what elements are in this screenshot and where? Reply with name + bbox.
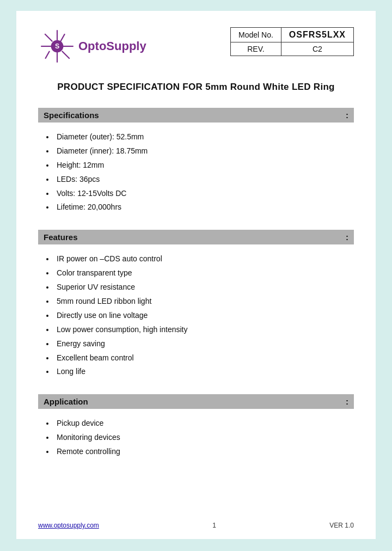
svg-line-7 [62, 51, 70, 59]
list-item: Diameter (outer): 52.5mm [54, 130, 354, 144]
features-title: Features [44, 232, 78, 242]
features-list: IR power on –CDS auto controlColor trans… [54, 252, 354, 379]
specifications-colon: : [346, 111, 348, 120]
list-item: Pickup device [54, 417, 354, 431]
features-section: Features : IR power on –CDS auto control… [38, 230, 354, 379]
list-item: Volts: 12-15Volts DC [54, 187, 354, 201]
specifications-list: Diameter (outer): 52.5mmDiameter (inner)… [54, 130, 354, 215]
list-item: Diameter (inner): 18.75mm [54, 144, 354, 158]
svg-line-5 [45, 51, 50, 59]
list-item: Energy saving [54, 337, 354, 351]
list-item: Lifetime: 20,000hrs [54, 200, 354, 215]
page-title: PRODUCT SPECIFICATION FOR 5mm Round Whit… [38, 82, 354, 93]
optosupply-logo-icon: S [38, 27, 76, 65]
specifications-section: Specifications : Diameter (outer): 52.5m… [38, 108, 354, 215]
svg-text:S: S [55, 42, 59, 50]
model-table: Model No. OSFRS5LXX REV. C2 [230, 27, 354, 56]
list-item: Color transparent type [54, 266, 354, 280]
application-header: Application : [38, 394, 354, 409]
svg-line-4 [60, 34, 65, 41]
footer: www.optosupply.com 1 VER 1.0 [38, 522, 354, 529]
list-item: IR power on –CDS auto control [54, 252, 354, 266]
list-item: Superior UV resistance [54, 280, 354, 295]
features-header: Features : [38, 230, 354, 244]
list-item: LEDs: 36pcs [54, 173, 354, 187]
svg-line-6 [45, 34, 52, 41]
rev-value: C2 [281, 42, 353, 56]
list-item: Excellent beam control [54, 351, 354, 365]
list-item: Low power consumption, high intensity [54, 323, 354, 337]
list-item: 5mm round LED ribbon light [54, 295, 354, 309]
model-value: OSFRS5LXX [281, 28, 353, 42]
logo-area: S OptoSupply [38, 27, 146, 65]
page-number: 1 [212, 522, 216, 529]
application-section: Application : Pickup deviceMonitoring de… [38, 394, 354, 459]
header: S OptoSupply Model No. OSFRS5LXX REV. C2 [38, 27, 354, 65]
list-item: Remote controlling [54, 445, 354, 459]
application-list: Pickup deviceMonitoring devicesRemote co… [54, 417, 354, 459]
rev-label: REV. [231, 42, 281, 56]
model-label: Model No. [231, 28, 281, 42]
list-item: Height: 12mm [54, 158, 354, 173]
list-item: Directly use on line voltage [54, 309, 354, 323]
version-text: VER 1.0 [329, 522, 354, 529]
list-item: Monitoring devices [54, 431, 354, 445]
specifications-header: Specifications : [38, 108, 354, 123]
specifications-title: Specifications [44, 111, 99, 120]
website-link[interactable]: www.optosupply.com [38, 522, 99, 529]
list-item: Long life [54, 365, 354, 379]
logo-text: OptoSupply [78, 39, 146, 53]
features-colon: : [346, 232, 348, 242]
page: S OptoSupply Model No. OSFRS5LXX REV. C2… [16, 11, 376, 539]
application-title: Application [44, 397, 88, 406]
application-colon: : [346, 397, 348, 406]
